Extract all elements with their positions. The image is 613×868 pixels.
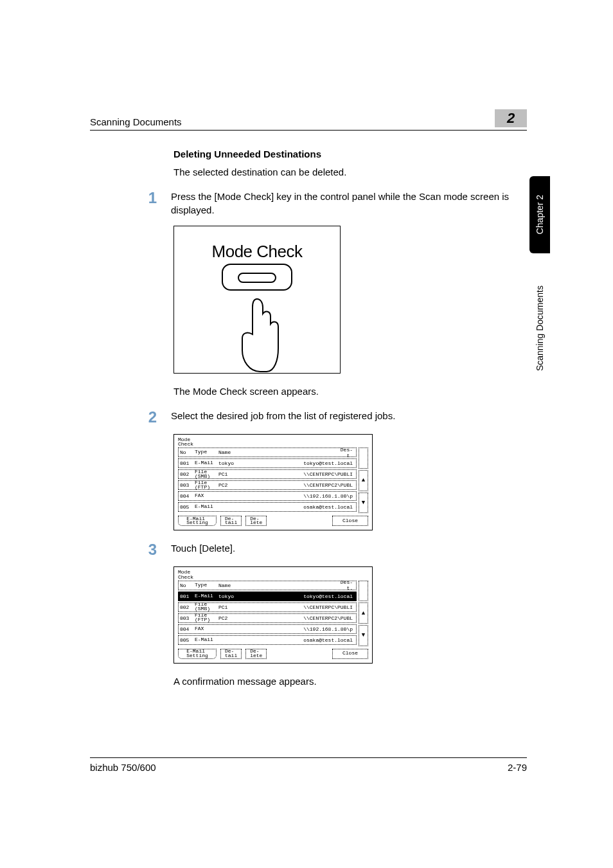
- table-row[interactable]: 005 E-Mail osaka@test.local: [178, 635, 357, 645]
- header-chapter-badge: 2: [495, 109, 527, 127]
- mode-check-label: Mode Check: [174, 242, 340, 262]
- step-text: Press the [Mode Check] key in the contro…: [171, 190, 527, 217]
- key-inner: [238, 273, 276, 283]
- screen-buttons: E-MailSetting De-tail De-lete Close: [178, 516, 368, 526]
- screen-table: No Type Name Des-t. 001 E-Mail tokyo tok…: [178, 581, 368, 646]
- intro-text: The selected destination can be deleted.: [173, 166, 527, 179]
- figure-screen-selected: Mode Check No Type Name Des-t. 001 E-Mai…: [173, 566, 373, 663]
- close-button[interactable]: Close: [332, 649, 368, 659]
- screen-header-row: No Type Name Des-t.: [178, 448, 357, 457]
- side-tab-section: Scanning Documents: [529, 261, 550, 396]
- content-area: Deleting Unneeded Destinations The selec…: [90, 149, 527, 688]
- page-body: Scanning Documents 2 Deleting Unneeded D…: [90, 109, 527, 700]
- scroll-down-icon[interactable]: ▼: [359, 493, 368, 514]
- table-row[interactable]: 003 File (FTP) PC2 \\CENTERPC2\PUBL: [178, 613, 357, 623]
- scrollbar-track[interactable]: [359, 581, 368, 602]
- email-setting-button[interactable]: E-MailSetting: [178, 649, 217, 659]
- hand-icon: [228, 296, 286, 373]
- table-row[interactable]: 005 E-Mail osaka@test.local: [178, 502, 357, 512]
- scroll-down-icon[interactable]: ▼: [359, 625, 368, 646]
- table-row[interactable]: 004 FAX \\192.168.1.80\p: [178, 491, 357, 501]
- table-row[interactable]: 001 E-Mail tokyo tokyo@test.local: [178, 458, 357, 468]
- subheading: Deleting Unneeded Destinations: [173, 149, 527, 159]
- screen-title: Mode Check: [178, 570, 368, 579]
- step-number: 1: [141, 190, 157, 206]
- key-outline: [222, 264, 292, 291]
- table-row[interactable]: 003 File (FTP) PC2 \\CENTERPC2\PUBL: [178, 480, 357, 490]
- screen-scrollbar: ▲ ▼: [359, 448, 368, 513]
- footer-model: bizhub 750/600: [90, 762, 156, 773]
- step-3: 3 Touch [Delete].: [141, 542, 527, 557]
- table-row[interactable]: 004 FAX \\192.168.1.80\p: [178, 624, 357, 634]
- figure-screen-unselected: Mode Check No Type Name Des-t. 001 E-Mai…: [173, 434, 373, 530]
- detail-button[interactable]: De-tail: [220, 649, 242, 659]
- after-fig3-text: A confirmation message appears.: [173, 675, 527, 688]
- detail-button[interactable]: De-tail: [220, 516, 242, 526]
- table-row[interactable]: 002 File (SMB) PC1 \\CENTERPC\PUBLI: [178, 602, 357, 612]
- scrollbar-track[interactable]: [359, 448, 368, 469]
- table-row-selected[interactable]: 001 E-Mail tokyo tokyo@test.local: [178, 592, 357, 601]
- after-fig1-text: The Mode Check screen appears.: [173, 385, 527, 398]
- side-tab-chapter-text: Chapter 2: [535, 195, 545, 234]
- screen-buttons: E-MailSetting De-tail De-lete Close: [178, 649, 368, 659]
- step-number: 3: [141, 542, 157, 557]
- step-text: Select the desired job from the list of …: [171, 410, 527, 422]
- delete-button[interactable]: De-lete: [245, 516, 267, 526]
- screen-scrollbar: ▲ ▼: [359, 581, 368, 646]
- page-header: Scanning Documents 2: [90, 109, 527, 131]
- screen-main: No Type Name Des-t. 001 E-Mail tokyo tok…: [178, 581, 357, 646]
- header-section: Scanning Documents: [90, 116, 182, 127]
- delete-button[interactable]: De-lete: [245, 649, 267, 659]
- screen-table: No Type Name Des-t. 001 E-Mail tokyo tok…: [178, 448, 368, 513]
- close-button[interactable]: Close: [332, 516, 368, 526]
- side-tab-section-text: Scanning Documents: [535, 285, 545, 371]
- screen-header-row: No Type Name Des-t.: [178, 581, 357, 590]
- figure-mode-check-key: Mode Check: [173, 226, 341, 374]
- screen-main: No Type Name Des-t. 001 E-Mail tokyo tok…: [178, 448, 357, 513]
- page-footer: bizhub 750/600 2-79: [90, 757, 527, 773]
- side-tab-chapter: Chapter 2: [529, 176, 550, 253]
- step-1: 1 Press the [Mode Check] key in the cont…: [141, 190, 527, 217]
- step-2: 2 Select the desired job from the list o…: [141, 410, 527, 425]
- scroll-up-icon[interactable]: ▲: [359, 470, 368, 491]
- footer-page: 2-79: [508, 762, 527, 773]
- step-text: Touch [Delete].: [171, 542, 527, 555]
- table-row[interactable]: 002 File (SMB) PC1 \\CENTERPC\PUBLI: [178, 469, 357, 479]
- scroll-up-icon[interactable]: ▲: [359, 602, 368, 624]
- screen-title: Mode Check: [178, 437, 368, 446]
- step-number: 2: [141, 410, 157, 425]
- email-setting-button[interactable]: E-MailSetting: [178, 516, 217, 526]
